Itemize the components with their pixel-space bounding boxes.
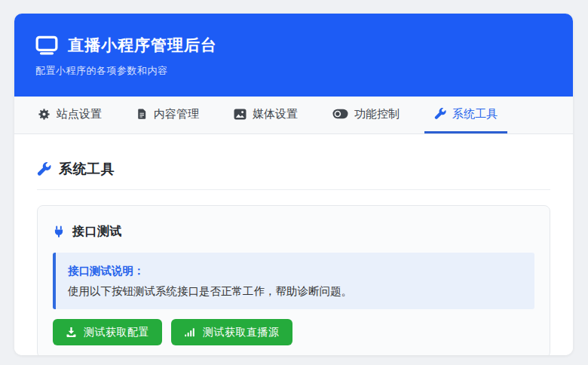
tab-site-settings[interactable]: 站点设置: [28, 97, 112, 133]
button-row: 测试获取配置 测试获取直播源: [53, 319, 534, 345]
content-area: 系统工具 接口测试 接口测试说明： 使用以下按钮测试系统接口是否正常工作，帮助诊…: [14, 134, 573, 355]
section-title: 系统工具: [59, 160, 115, 178]
note-body: 使用以下按钮测试系统接口是否正常工作，帮助诊断问题。: [68, 284, 522, 299]
toggle-icon: [332, 109, 348, 119]
section-divider: [37, 189, 550, 190]
wrench-icon: [434, 108, 446, 120]
api-test-card: 接口测试 接口测试说明： 使用以下按钮测试系统接口是否正常工作，帮助诊断问题。 …: [37, 205, 550, 355]
signal-bars-icon: [184, 327, 196, 338]
section-header: 系统工具: [37, 160, 550, 178]
card-header: 接口测试: [53, 224, 534, 240]
tab-label: 系统工具: [452, 107, 498, 121]
document-icon: [136, 108, 148, 120]
test-fetch-stream-button[interactable]: 测试获取直播源: [171, 319, 292, 345]
button-label: 测试获取配置: [84, 326, 149, 339]
image-icon: [234, 109, 247, 120]
tab-feature-control[interactable]: 功能控制: [323, 97, 409, 133]
admin-panel-window: 直播小程序管理后台 配置小程序的各项参数和内容 站点设置: [14, 14, 573, 355]
tab-label: 内容管理: [154, 107, 199, 121]
plug-icon: [53, 225, 65, 238]
page-title: 直播小程序管理后台: [68, 35, 217, 56]
download-icon: [66, 327, 77, 338]
page-header: 直播小程序管理后台 配置小程序的各项参数和内容: [14, 14, 573, 97]
test-fetch-config-button[interactable]: 测试获取配置: [53, 319, 162, 345]
tab-label: 媒体设置: [253, 107, 298, 121]
button-label: 测试获取直播源: [203, 326, 280, 339]
gear-icon: [38, 108, 51, 121]
card-title: 接口测试: [72, 224, 122, 240]
page-subtitle: 配置小程序的各项参数和内容: [35, 64, 552, 78]
wrench-icon: [37, 162, 51, 176]
tab-bar: 站点设置 内容管理 媒体设置: [14, 97, 573, 134]
tab-label: 功能控制: [354, 107, 400, 121]
note-title: 接口测试说明：: [68, 263, 522, 278]
tab-label: 站点设置: [57, 107, 102, 121]
api-test-note: 接口测试说明： 使用以下按钮测试系统接口是否正常工作，帮助诊断问题。: [53, 253, 534, 309]
tab-content-management[interactable]: 内容管理: [127, 97, 209, 133]
tab-system-tools[interactable]: 系统工具: [424, 97, 507, 133]
monitor-icon: [35, 35, 58, 55]
tab-media-settings[interactable]: 媒体设置: [224, 97, 308, 133]
